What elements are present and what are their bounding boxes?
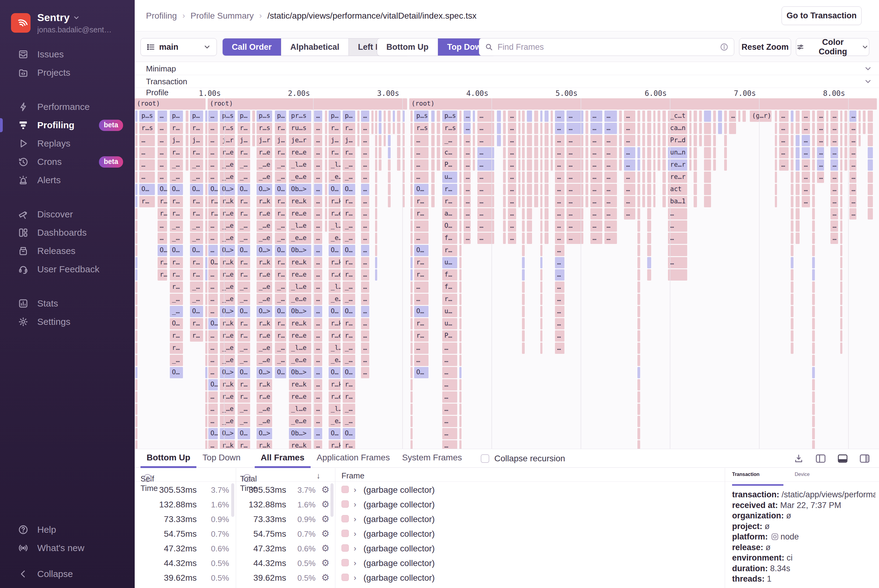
flame-frame[interactable]: je…r [289, 135, 311, 146]
flame-frame[interactable] [527, 208, 532, 219]
flame-frame[interactable]: … [464, 232, 471, 244]
tab-top-down[interactable]: Top Down [196, 449, 247, 468]
flame-frame[interactable]: p…s [414, 111, 428, 122]
flame-frame[interactable] [205, 342, 207, 354]
flame-frame[interactable]: O… [158, 245, 167, 256]
flame-frame[interactable]: … [555, 147, 564, 159]
flame-frame[interactable]: … [668, 232, 687, 244]
flame-frame[interactable]: … [442, 440, 457, 449]
flame-frame[interactable]: … [604, 159, 617, 171]
flame-frame[interactable] [775, 172, 777, 183]
flame-frame[interactable] [545, 123, 548, 134]
flame-frame[interactable]: … [314, 416, 322, 427]
flame-frame[interactable]: c… [442, 147, 457, 159]
flame-frame[interactable]: _… [190, 220, 203, 232]
flame-frame[interactable] [388, 172, 391, 183]
flame-frame[interactable]: re…k [289, 318, 311, 329]
flame-frame[interactable] [393, 123, 395, 134]
flame-frame[interactable]: … [208, 282, 218, 293]
flame-frame[interactable] [663, 147, 666, 159]
flame-frame[interactable] [325, 172, 327, 183]
flame-frame[interactable] [642, 147, 645, 159]
flame-frame[interactable] [791, 245, 793, 256]
flame-frame[interactable]: … [208, 440, 218, 449]
flame-frame[interactable]: j…r [257, 135, 272, 146]
flame-frame[interactable] [637, 196, 640, 207]
flame-frame[interactable] [540, 269, 542, 280]
flame-frame[interactable] [775, 111, 777, 122]
flame-frame[interactable]: … [802, 123, 810, 134]
flame-frame[interactable]: … [604, 208, 617, 219]
flame-frame[interactable] [545, 220, 548, 232]
flame-frame[interactable]: _e… [329, 355, 341, 366]
flame-frame[interactable]: r… [237, 257, 250, 268]
flame-frame[interactable]: … [849, 111, 856, 122]
download-icon[interactable] [793, 453, 804, 464]
flame-frame[interactable] [459, 111, 461, 122]
minimap-panel-header[interactable]: Minimap [135, 62, 879, 75]
flame-frame[interactable]: … [158, 135, 167, 146]
flame-frame[interactable]: r… [343, 318, 355, 329]
color-coding-button[interactable]: Color Coding [796, 38, 869, 56]
flame-frame[interactable] [812, 367, 815, 378]
flame-frame[interactable] [653, 196, 655, 207]
flame-frame[interactable] [410, 342, 413, 354]
flame-frame[interactable]: un…n [668, 147, 687, 159]
flame-frame[interactable] [431, 111, 434, 122]
flame-frame[interactable]: O… [343, 184, 355, 195]
flame-frame[interactable]: … [314, 428, 322, 440]
flame-frame[interactable]: _… [237, 172, 250, 183]
flame-frame[interactable]: re…k [289, 440, 311, 449]
flame-frame[interactable] [812, 135, 815, 146]
flame-frame[interactable] [540, 232, 542, 244]
flame-frame[interactable] [205, 111, 207, 122]
flame-frame[interactable]: r… [343, 196, 355, 207]
flame-frame[interactable]: … [361, 147, 369, 159]
expand-chevron-icon[interactable]: › [354, 529, 356, 538]
flame-frame[interactable] [205, 172, 207, 183]
flame-frame[interactable]: j… [275, 135, 286, 146]
flame-frame[interactable]: … [361, 196, 369, 207]
flame-frame[interactable]: … [314, 135, 322, 146]
flame-frame[interactable]: … [668, 220, 687, 232]
flame-frame[interactable] [663, 111, 666, 122]
gear-icon[interactable]: ⚙ [321, 513, 329, 524]
flame-frame[interactable] [205, 392, 207, 403]
flame-frame[interactable]: … [208, 392, 218, 403]
flame-frame[interactable] [653, 172, 655, 183]
flame-frame[interactable]: … [849, 159, 856, 171]
flame-frame[interactable] [403, 147, 405, 159]
flame-frame[interactable] [840, 330, 842, 342]
flame-frame[interactable]: … [591, 220, 602, 232]
flame-frame[interactable] [410, 404, 413, 415]
flame-frame[interactable] [135, 416, 137, 427]
flame-frame[interactable] [403, 172, 405, 183]
chevron-down-icon[interactable] [864, 64, 872, 73]
flame-frame[interactable] [826, 111, 828, 122]
flame-frame[interactable]: … [314, 269, 322, 280]
flame-frame[interactable] [637, 318, 640, 329]
flame-frame[interactable] [410, 232, 413, 244]
flame-frame[interactable] [844, 147, 847, 159]
flame-frame[interactable] [459, 172, 461, 183]
flame-frame[interactable] [868, 172, 873, 183]
flame-frame[interactable]: r… [170, 342, 183, 354]
flame-frame[interactable]: … [208, 220, 218, 232]
flame-frame[interactable] [812, 159, 815, 171]
flame-frame[interactable] [642, 196, 645, 207]
flame-frame[interactable] [325, 159, 327, 171]
flame-frame[interactable]: … [314, 342, 322, 354]
flame-frame[interactable]: … [604, 123, 617, 134]
flame-frame[interactable]: … [414, 220, 428, 232]
flame-frame[interactable]: … [314, 294, 322, 305]
flame-frame[interactable] [459, 355, 461, 366]
flame-frame[interactable] [742, 111, 746, 122]
flame-frame[interactable] [826, 135, 828, 146]
flame-frame[interactable] [497, 135, 501, 146]
flame-frame[interactable]: r… [170, 147, 183, 159]
flame-frame[interactable]: _… [190, 172, 203, 183]
flame-frame[interactable]: r… [190, 208, 203, 219]
flame-frame[interactable]: u… [442, 306, 457, 317]
flame-frame[interactable] [503, 232, 506, 244]
flame-frame[interactable] [135, 135, 137, 146]
